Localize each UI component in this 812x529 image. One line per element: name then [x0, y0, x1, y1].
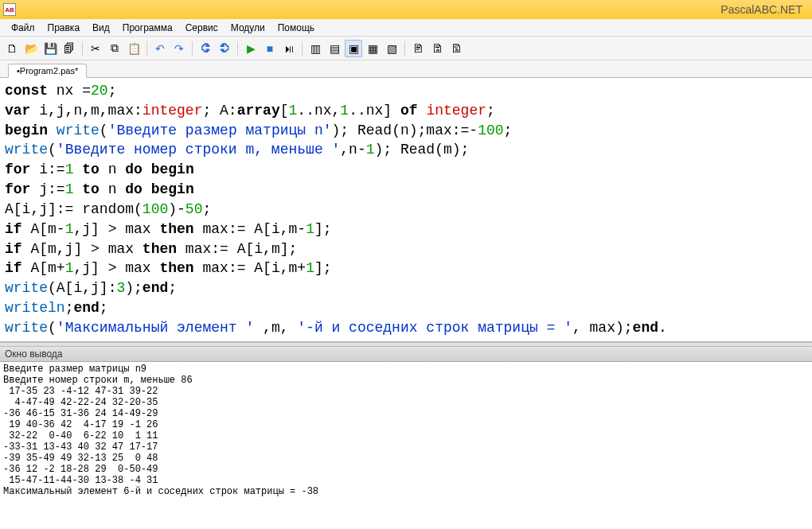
- window-icon[interactable]: ▥: [306, 40, 324, 57]
- output-panel-title: Окно вывода: [0, 347, 812, 362]
- code-text: (: [100, 123, 108, 138]
- type: integer: [426, 103, 486, 119]
- kw-do: do: [125, 161, 142, 177]
- tool-icon[interactable]: 🖻: [447, 40, 465, 57]
- kw-begin: begin: [151, 181, 194, 197]
- code-text: max:= A[i,m];: [177, 241, 297, 257]
- redo-icon[interactable]: ↷: [170, 40, 188, 57]
- kw-var: var: [5, 103, 30, 119]
- menu-modules[interactable]: Модули: [224, 21, 271, 35]
- app-title: PascalABC.NET: [720, 3, 809, 16]
- code-text: A[m-: [22, 221, 65, 237]
- code-num: 100: [478, 123, 503, 138]
- separator: [192, 41, 193, 56]
- separator: [146, 41, 147, 56]
- kw-then: then: [159, 260, 193, 276]
- undo-icon[interactable]: ↶: [151, 40, 169, 57]
- code-text: ); Read(m);: [375, 142, 470, 158]
- window-icon[interactable]: ▧: [383, 40, 400, 57]
- separator: [237, 41, 238, 56]
- code-num: 1: [65, 161, 74, 177]
- code-text: ..nx]: [349, 103, 400, 119]
- code-text: ,j] > max: [73, 260, 159, 276]
- code-editor[interactable]: const nx =20; var i,j,n,m,max:integer; A…: [0, 78, 812, 342]
- code-num: 20: [91, 83, 108, 99]
- fn-write: write: [57, 123, 100, 138]
- kw-for: for: [5, 181, 30, 197]
- separator: [302, 41, 303, 56]
- code-str: 'Введите номер строки m, меньше ': [57, 142, 340, 158]
- kw-then: then: [159, 221, 193, 237]
- code-num: 1: [65, 221, 74, 237]
- code-num: 1: [306, 221, 314, 237]
- menu-view[interactable]: Вид: [86, 21, 116, 35]
- code-str: 'Введите размер матрицы n': [108, 123, 332, 138]
- code-text: A[m,j] > max: [22, 241, 142, 257]
- window-icon[interactable]: ▣: [345, 40, 362, 57]
- cut-icon[interactable]: ✂: [87, 40, 104, 57]
- code-text: [142, 161, 151, 177]
- kw-to: to: [82, 181, 100, 197]
- window-icon[interactable]: ▤: [326, 40, 343, 57]
- stop-icon[interactable]: ■: [261, 40, 279, 57]
- code-text: [73, 161, 82, 177]
- kw-end: end: [73, 300, 99, 316]
- type: integer: [142, 103, 203, 119]
- paste-icon[interactable]: 📋: [125, 40, 142, 57]
- kw-for: for: [5, 161, 30, 177]
- code-text: ;: [168, 280, 177, 296]
- code-text: i,j,n,m,max:: [30, 103, 142, 119]
- code-num: 1: [306, 260, 314, 276]
- code-text: .: [658, 320, 667, 336]
- code-num: 3: [116, 280, 125, 296]
- new-icon[interactable]: 🗋: [3, 40, 21, 57]
- kw-begin: begin: [5, 123, 48, 138]
- kw-begin: begin: [151, 161, 194, 177]
- code-text: ];: [314, 260, 332, 276]
- code-text: [: [280, 103, 289, 119]
- menu-service[interactable]: Сервис: [179, 21, 224, 35]
- menu-edit[interactable]: Правка: [41, 21, 87, 35]
- step-icon[interactable]: ⏯: [280, 40, 298, 57]
- title-bar: AB PascalABC.NET: [0, 0, 812, 19]
- code-text: ;: [65, 300, 74, 316]
- code-num: 1: [65, 260, 74, 276]
- tool-icon[interactable]: 🖺: [428, 40, 446, 57]
- code-text: (: [48, 142, 57, 158]
- menu-program[interactable]: Программа: [116, 21, 179, 35]
- menu-help[interactable]: Помощь: [271, 21, 321, 35]
- nav-fwd-icon[interactable]: ⮊: [216, 40, 233, 57]
- menu-file[interactable]: Файл: [5, 21, 41, 35]
- code-text: [48, 123, 57, 138]
- code-num: 100: [142, 201, 168, 217]
- copy-icon[interactable]: ⧉: [106, 40, 123, 57]
- kw-if: if: [5, 241, 22, 257]
- kw-end: end: [142, 280, 168, 296]
- code-text: max:= A[i,m+: [194, 260, 306, 276]
- open-icon[interactable]: 📂: [22, 40, 40, 57]
- fn-write: write: [5, 280, 48, 296]
- save-icon[interactable]: 💾: [41, 40, 59, 57]
- code-text: max:= A[i,m-: [194, 221, 306, 237]
- output-panel[interactable]: Введите размер матрицы n9 Введите номер …: [0, 362, 812, 529]
- tab-program2[interactable]: •Program2.pas*: [8, 64, 87, 78]
- tool-icon[interactable]: 🖹: [409, 40, 427, 57]
- kw-to: to: [82, 161, 100, 177]
- kw-end: end: [633, 320, 658, 336]
- code-num: 1: [65, 181, 74, 197]
- code-text: ;: [100, 300, 108, 316]
- separator: [404, 41, 405, 56]
- run-icon[interactable]: ▶: [242, 40, 260, 57]
- nav-back-icon[interactable]: ⮈: [197, 40, 214, 57]
- code-text: )-: [168, 201, 185, 217]
- code-num: 1: [366, 142, 375, 158]
- saveall-icon[interactable]: 🗐: [61, 40, 78, 57]
- code-text: A[i,j]:= random(: [5, 201, 142, 217]
- fn-writeln: writeln: [5, 300, 65, 316]
- code-text: ); Read(n);max:=-: [332, 123, 478, 138]
- window-icon[interactable]: ▦: [364, 40, 381, 57]
- code-text: ..nx,: [297, 103, 340, 119]
- fn-write: write: [5, 142, 48, 158]
- kw-then: then: [142, 241, 177, 257]
- kw-do: do: [125, 181, 142, 197]
